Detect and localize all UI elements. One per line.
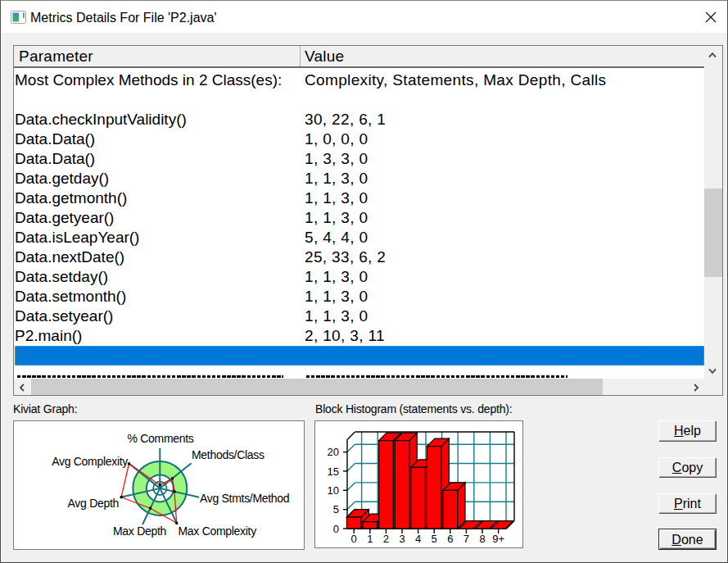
svg-text:7: 7 <box>463 533 469 545</box>
svg-text:20: 20 <box>328 446 339 458</box>
svg-text:5: 5 <box>432 533 437 545</box>
svg-text:0: 0 <box>351 533 357 545</box>
svg-text:Avg Complexity: Avg Complexity <box>52 455 128 468</box>
svg-text:5: 5 <box>333 503 339 515</box>
svg-text:9+: 9+ <box>492 533 504 545</box>
svg-text:Max Depth: Max Depth <box>113 524 166 538</box>
svg-text:2: 2 <box>383 533 389 545</box>
svg-text:0: 0 <box>333 523 339 535</box>
svg-text:1: 1 <box>367 533 373 545</box>
svg-text:Methods/Class: Methods/Class <box>192 448 265 461</box>
svg-text:8: 8 <box>479 533 485 545</box>
svg-text:% Comments: % Comments <box>127 432 193 445</box>
svg-text:Avg Stmts/Method: Avg Stmts/Method <box>200 492 289 505</box>
svg-text:10: 10 <box>328 484 339 497</box>
svg-text:15: 15 <box>328 465 339 478</box>
svg-text:6: 6 <box>447 533 453 545</box>
svg-text:Avg Depth: Avg Depth <box>68 497 119 510</box>
svg-text:3: 3 <box>399 533 405 545</box>
svg-text:4: 4 <box>415 533 421 545</box>
svg-text:Max Complexity: Max Complexity <box>179 524 257 538</box>
